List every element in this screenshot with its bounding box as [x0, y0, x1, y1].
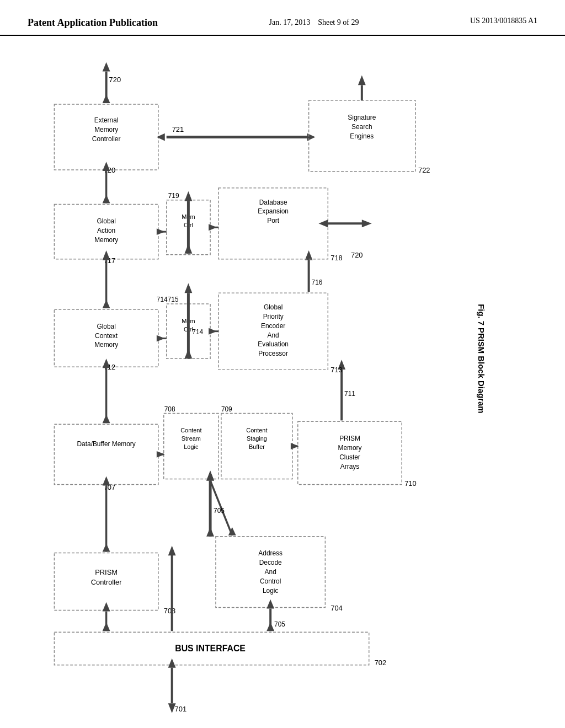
svg-text:Content: Content [180, 427, 201, 434]
svg-text:Fig. 7 PRISM Block Diagram: Fig. 7 PRISM Block Diagram [477, 304, 486, 414]
svg-text:704: 704 [331, 604, 342, 612]
svg-text:718: 718 [331, 254, 342, 262]
svg-text:Engines: Engines [350, 132, 374, 140]
svg-marker-66 [103, 415, 110, 424]
svg-text:Port: Port [267, 217, 280, 225]
svg-marker-143 [184, 283, 192, 293]
svg-text:714: 714 [157, 296, 168, 304]
svg-text:Priority: Priority [263, 313, 284, 320]
svg-text:711: 711 [344, 390, 355, 398]
publication-title: Patent Application Publication [28, 17, 158, 29]
svg-text:715: 715 [168, 296, 179, 304]
svg-text:Search: Search [351, 123, 372, 131]
svg-text:721: 721 [172, 125, 184, 133]
svg-text:PRISM: PRISM [95, 568, 118, 576]
svg-text:Staging: Staging [247, 435, 267, 442]
svg-text:713: 713 [331, 366, 342, 374]
svg-text:Logic: Logic [184, 443, 199, 450]
svg-marker-105 [209, 224, 217, 231]
svg-marker-136 [168, 546, 176, 556]
svg-marker-15 [103, 623, 110, 631]
svg-text:Signature: Signature [348, 114, 376, 121]
svg-marker-25 [266, 623, 274, 631]
svg-text:716: 716 [312, 279, 323, 287]
svg-marker-14 [103, 602, 110, 612]
svg-rect-27 [54, 425, 158, 485]
svg-marker-125 [103, 62, 110, 72]
svg-text:719: 719 [168, 192, 179, 200]
svg-marker-6 [168, 659, 176, 668]
svg-text:709: 709 [221, 405, 232, 413]
svg-marker-83 [157, 335, 165, 342]
svg-text:Evaluation: Evaluation [258, 341, 289, 349]
svg-marker-110 [318, 220, 328, 228]
svg-marker-109 [362, 220, 372, 228]
svg-marker-148 [184, 244, 192, 254]
svg-text:Global: Global [264, 303, 282, 311]
patent-number: US 2013/0018835 A1 [470, 17, 537, 25]
sheet-info: Sheet 9 of 29 [318, 18, 359, 26]
svg-text:714: 714 [192, 328, 203, 336]
svg-text:Controller: Controller [92, 135, 121, 143]
svg-text:Stream: Stream [182, 435, 201, 442]
page-header: Patent Application Publication Jan. 17, … [0, 0, 565, 36]
svg-text:702: 702 [375, 659, 386, 667]
svg-text:720: 720 [109, 76, 121, 84]
svg-marker-81 [209, 328, 217, 335]
svg-text:703: 703 [164, 607, 175, 615]
svg-text:Control: Control [260, 577, 281, 585]
svg-marker-93 [103, 250, 110, 260]
svg-text:Global: Global [97, 218, 115, 226]
svg-text:701: 701 [175, 705, 186, 713]
svg-marker-126 [103, 95, 110, 104]
svg-text:705: 705 [214, 507, 225, 515]
svg-marker-121 [157, 133, 165, 141]
svg-marker-140 [206, 527, 214, 537]
svg-text:And: And [268, 331, 279, 339]
pub-date: Jan. 17, 2013 [269, 18, 310, 26]
svg-text:Decode: Decode [259, 559, 282, 567]
svg-text:Memory: Memory [94, 236, 118, 244]
svg-text:Processor: Processor [258, 350, 288, 358]
svg-text:Encoder: Encoder [261, 322, 285, 330]
svg-text:Logic: Logic [263, 587, 278, 595]
svg-text:705: 705 [274, 621, 285, 629]
svg-marker-139 [206, 471, 214, 481]
svg-text:Database: Database [259, 199, 287, 206]
svg-marker-107 [157, 229, 165, 235]
svg-text:Data/Buffer Memory: Data/Buffer Memory [77, 440, 136, 448]
svg-marker-147 [184, 191, 192, 201]
svg-text:BUS INTERFACE: BUS INTERFACE [175, 644, 246, 653]
svg-marker-31 [103, 477, 110, 486]
svg-text:Context: Context [95, 332, 118, 340]
svg-marker-144 [184, 349, 192, 359]
block-diagram-svg: BUS INTERFACE 702 701 PRISM Controller 7… [0, 41, 565, 714]
svg-text:Buffer: Buffer [249, 443, 265, 450]
svg-text:Action: Action [97, 227, 115, 235]
svg-text:Controller: Controller [91, 578, 122, 586]
publication-date-sheet: Jan. 17, 2013 Sheet 9 of 29 [269, 17, 359, 29]
svg-text:Cluster: Cluster [339, 453, 360, 461]
svg-marker-119 [103, 195, 110, 204]
svg-text:722: 722 [418, 166, 430, 174]
svg-text:710: 710 [404, 480, 416, 488]
svg-text:Memory: Memory [338, 444, 362, 452]
svg-text:Address: Address [258, 550, 282, 558]
svg-marker-134 [358, 76, 366, 85]
svg-marker-94 [103, 300, 110, 309]
svg-text:PRISM: PRISM [339, 435, 360, 442]
svg-marker-32 [103, 544, 110, 552]
svg-text:Memory: Memory [94, 126, 118, 133]
svg-marker-24 [266, 599, 274, 609]
svg-text:Global: Global [97, 323, 115, 330]
svg-text:Content: Content [246, 427, 267, 434]
svg-text:External: External [94, 116, 119, 124]
diagram-area: BUS INTERFACE 702 701 PRISM Controller 7… [0, 41, 565, 714]
svg-text:And: And [265, 568, 276, 576]
svg-text:Arrays: Arrays [340, 463, 359, 470]
svg-text:Expansion: Expansion [258, 208, 289, 216]
svg-text:708: 708 [164, 405, 175, 413]
svg-text:Memory: Memory [94, 341, 118, 349]
svg-text:720: 720 [351, 251, 363, 259]
